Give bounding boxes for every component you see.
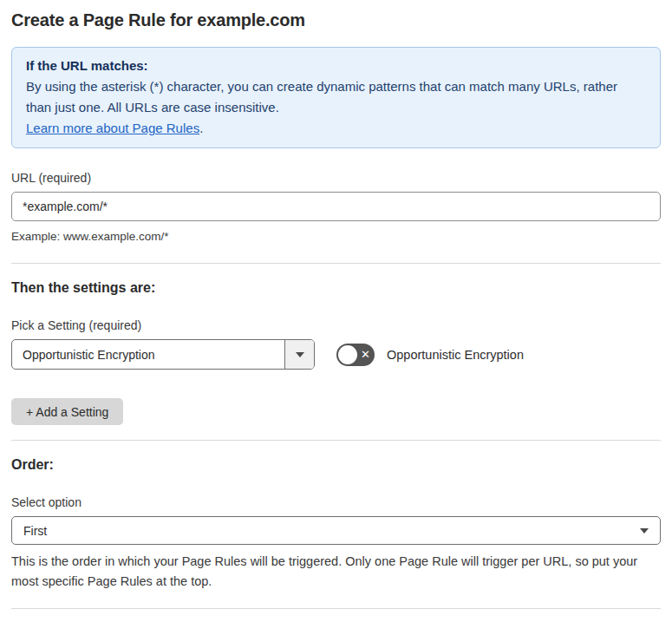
page-title: Create a Page Rule for example.com — [11, 10, 661, 30]
order-help-text: This is the order in which your Page Rul… — [11, 552, 661, 592]
order-select-value: First — [23, 524, 47, 538]
order-section-heading: Order: — [11, 457, 661, 473]
setting-dropdown-button[interactable] — [284, 340, 314, 369]
chevron-down-icon — [296, 352, 304, 357]
divider — [11, 440, 661, 441]
url-example-help: Example: www.example.com/* — [11, 227, 661, 246]
order-select-label: Select option — [11, 495, 661, 509]
toggle-label: Opportunistic Encryption — [387, 348, 524, 362]
pick-setting-label: Pick a Setting (required) — [11, 318, 661, 332]
toggle-off-x-icon: ✕ — [361, 344, 370, 366]
url-match-info-box: If the URL matches: By using the asteris… — [11, 47, 661, 148]
info-box-body: By using the asterisk (*) character, you… — [26, 76, 646, 118]
info-box-heading: If the URL matches: — [26, 56, 646, 76]
setting-dropdown[interactable]: Opportunistic Encryption — [11, 339, 315, 370]
url-input[interactable] — [11, 192, 661, 221]
toggle-knob — [338, 345, 357, 364]
url-field-label: URL (required) — [11, 171, 661, 185]
setting-row: Opportunistic Encryption ✕ Opportunistic… — [11, 339, 661, 370]
setting-dropdown-value: Opportunistic Encryption — [12, 340, 284, 369]
page-rule-form: Create a Page Rule for example.com If th… — [0, 0, 672, 622]
link-suffix: . — [199, 121, 203, 135]
learn-more-link[interactable]: Learn more about Page Rules — [26, 121, 199, 135]
info-box-link-line: Learn more about Page Rules. — [26, 118, 646, 139]
add-setting-button[interactable]: + Add a Setting — [11, 398, 123, 425]
divider — [11, 608, 661, 609]
chevron-down-icon — [640, 528, 649, 534]
opportunistic-encryption-toggle[interactable]: ✕ — [336, 344, 375, 366]
settings-section-heading: Then the settings are: — [11, 280, 661, 296]
divider — [11, 263, 661, 264]
order-select[interactable]: First — [11, 516, 661, 545]
